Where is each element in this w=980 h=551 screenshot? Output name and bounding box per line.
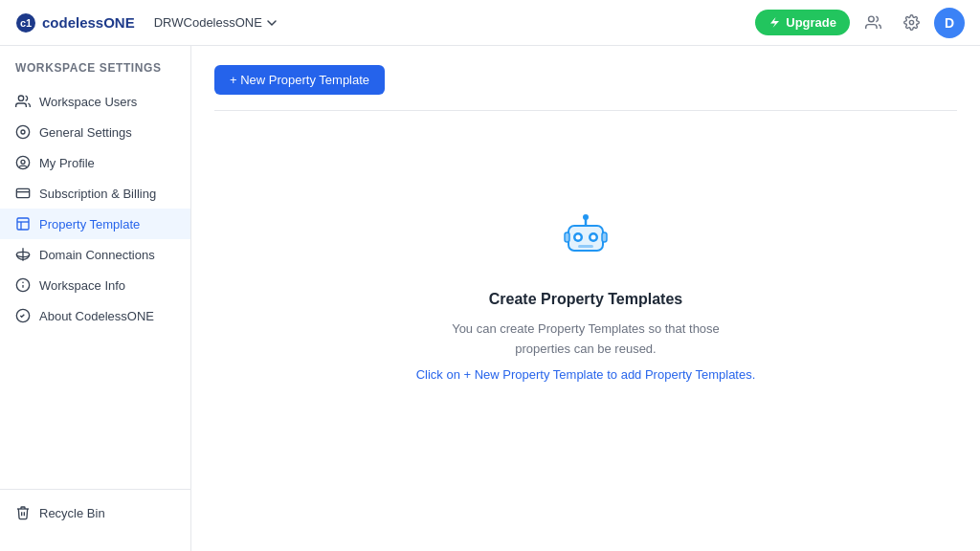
template-icon: [15, 216, 31, 231]
main-inner: + New Property Template: [214, 65, 957, 111]
sidebar-item-about-codelessone[interactable]: About CodelessONE: [0, 300, 190, 331]
svg-point-3: [909, 20, 913, 24]
sidebar-item-recycle-bin[interactable]: Recycle Bin: [0, 497, 190, 528]
main-content: + New Property Template: [191, 46, 980, 551]
codelessone-logo-icon: c1: [15, 12, 36, 33]
sidebar-bottom: Recycle Bin: [0, 489, 190, 536]
sidebar-item-label: Property Template: [39, 217, 140, 231]
recycle-icon: [15, 505, 31, 520]
sidebar-item-label: My Profile: [39, 156, 95, 170]
svg-point-21: [591, 235, 596, 240]
sidebar-item-label: Workspace Info: [39, 278, 125, 293]
svg-rect-23: [565, 232, 569, 242]
new-button-label: + New Property Template: [230, 73, 369, 87]
settings-button[interactable]: [896, 8, 926, 38]
svg-point-4: [18, 96, 23, 100]
settings-circle-icon: [15, 124, 31, 140]
sidebar-item-label: About CodelessONE: [39, 309, 154, 323]
user-avatar-button[interactable]: D: [934, 8, 965, 38]
svg-rect-8: [16, 188, 29, 197]
users-button[interactable]: [858, 8, 888, 38]
sidebar: Workspace Settings Workspace Users Gener…: [0, 46, 191, 551]
sidebar-top: Workspace Settings Workspace Users Gener…: [0, 61, 190, 331]
workspace-name: DRWCodelessONE: [154, 15, 262, 30]
empty-state: Create Property Templates You can create…: [214, 134, 957, 458]
empty-state-description: You can create Property Templates so tha…: [442, 320, 729, 360]
brand-name: codelessONE: [42, 14, 135, 31]
avatar-letter: D: [945, 15, 954, 31]
svg-text:c1: c1: [20, 17, 32, 29]
codeless-icon: [15, 308, 31, 323]
logo: c1 codelessONE: [15, 12, 135, 33]
workspace-selector[interactable]: DRWCodelessONE: [146, 11, 285, 33]
upgrade-label: Upgrade: [786, 15, 836, 30]
sidebar-item-label: Recycle Bin: [39, 506, 105, 520]
robot-illustration: [555, 210, 616, 276]
topnav-right: Upgrade D: [755, 8, 965, 38]
new-property-template-button[interactable]: + New Property Template: [214, 65, 385, 95]
sidebar-item-label: Domain Connections: [39, 248, 155, 262]
svg-rect-24: [602, 232, 607, 242]
empty-state-hint: Click on + New Property Template to add …: [416, 367, 756, 382]
sidebar-item-subscription-billing[interactable]: Subscription & Billing: [0, 178, 190, 209]
user-circle-icon: [15, 155, 31, 170]
topnav: c1 codelessONE DRWCodelessONE Upgrade: [0, 0, 980, 46]
layout: Workspace Settings Workspace Users Gener…: [0, 46, 980, 551]
svg-point-20: [576, 235, 581, 240]
svg-rect-9: [17, 218, 29, 230]
lightning-icon: [768, 16, 781, 29]
sidebar-item-label: General Settings: [39, 125, 132, 140]
gear-icon: [903, 14, 920, 31]
users-icon: [15, 94, 31, 109]
sidebar-item-workspace-info[interactable]: Workspace Info: [0, 270, 190, 300]
domain-icon: [15, 247, 31, 262]
topnav-left: c1 codelessONE DRWCodelessONE: [15, 11, 285, 33]
svg-point-7: [16, 156, 29, 168]
subscription-icon: [15, 186, 31, 201]
chevron-down-icon: [266, 17, 278, 29]
sidebar-item-label: Subscription & Billing: [39, 187, 156, 201]
empty-state-title: Create Property Templates: [489, 291, 682, 308]
svg-point-2: [868, 16, 874, 22]
sidebar-item-workspace-users[interactable]: Workspace Users: [0, 86, 190, 117]
sidebar-item-property-template[interactable]: Property Template: [0, 209, 190, 239]
svg-point-16: [583, 214, 589, 220]
divider: [214, 110, 957, 111]
sidebar-title: Workspace Settings: [0, 61, 190, 86]
info-circle-icon: [15, 277, 31, 293]
sidebar-item-label: Workspace Users: [39, 95, 137, 109]
svg-point-6: [21, 130, 25, 134]
svg-rect-22: [578, 245, 593, 248]
sidebar-item-general-settings[interactable]: General Settings: [0, 117, 190, 147]
users-icon: [865, 14, 881, 31]
svg-point-5: [16, 125, 29, 138]
sidebar-item-domain-connections[interactable]: Domain Connections: [0, 239, 190, 270]
upgrade-button[interactable]: Upgrade: [755, 10, 850, 35]
sidebar-item-my-profile[interactable]: My Profile: [0, 147, 190, 178]
